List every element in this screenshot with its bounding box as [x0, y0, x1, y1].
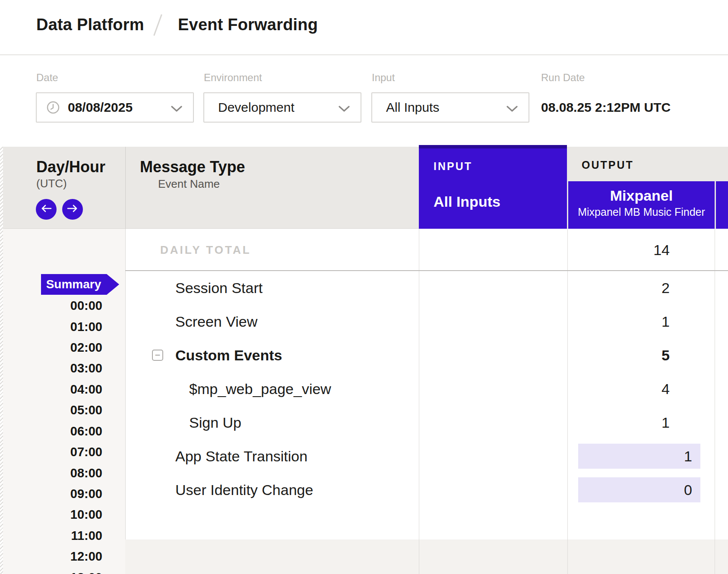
input-column-label: INPUT	[434, 160, 472, 173]
row-output-value: 5	[567, 338, 728, 372]
sidebar-item-hour[interactable]: 06:00	[0, 423, 102, 440]
sidebar-item-hour[interactable]: 11:00	[0, 527, 102, 544]
row-label: User Identity Change	[175, 473, 313, 507]
clock-icon	[46, 101, 60, 114]
output-column-label: OUTPUT	[582, 159, 634, 171]
output-column-header-next-partial[interactable]	[716, 181, 728, 229]
sidebar-item-hour[interactable]: 01:00	[0, 318, 102, 335]
chevron-down-icon	[171, 105, 183, 114]
row-output-value: 2	[567, 271, 728, 305]
day-hour-header: Day/Hour	[36, 158, 105, 176]
row-label: Session Start	[175, 271, 263, 305]
column-divider	[715, 539, 715, 574]
event-forwarding-screen: Data Platform Event Forwarding Date Envi…	[0, 0, 728, 574]
input-column-header-strip	[419, 145, 567, 148]
chevron-down-icon	[506, 105, 518, 114]
sidebar-item-hour[interactable]: 09:00	[0, 485, 102, 502]
table-row: Session Start 2 2	[125, 271, 728, 305]
row-label: Sign Up	[189, 406, 241, 439]
table-row: Sign Up 1 1	[125, 406, 728, 439]
row-label: Custom Events	[175, 338, 282, 372]
input-column-header[interactable]	[419, 145, 567, 229]
output-column-header-mixpanel[interactable]: Mixpanel Mixpanel MB Music Finder	[568, 181, 715, 229]
event-name-subheader: Event Name	[158, 177, 220, 191]
arrow-right-icon	[67, 204, 78, 214]
daily-total-label: DAILY TOTAL	[160, 243, 251, 257]
date-filter-label: Date	[36, 72, 58, 84]
breadcrumb-section[interactable]: Data Platform	[36, 16, 144, 34]
table-footer-band	[125, 539, 728, 574]
environment-dropdown[interactable]: Development	[203, 92, 361, 123]
arrow-left-icon	[41, 204, 52, 214]
sidebar-item-hour[interactable]: 13:00	[0, 569, 102, 574]
page-title: Event Forwarding	[178, 16, 318, 34]
column-divider	[567, 539, 568, 574]
collapse-toggle-icon[interactable]: −	[152, 350, 163, 361]
environment-filter-label: Environment	[204, 72, 262, 84]
message-type-header: Message Type	[140, 158, 245, 176]
sidebar-item-hour[interactable]: 00:00	[0, 297, 102, 314]
row-output-value-highlighted: 1	[578, 444, 700, 469]
sidebar-item-hour[interactable]: 12:00	[0, 548, 102, 565]
row-label: App State Transition	[175, 439, 307, 473]
output-column-subtitle: Mixpanel MB Music Finder	[568, 206, 715, 218]
next-day-button[interactable]	[62, 199, 83, 220]
table-row: App State Transition 4 1	[125, 439, 728, 473]
sidebar-item-hour[interactable]: 10:00	[0, 506, 102, 523]
row-output-value: 1	[567, 305, 728, 338]
row-output-value-highlighted: 0	[578, 477, 700, 502]
daily-total-row: DAILY TOTAL 14 9	[125, 229, 728, 271]
table-row: User Identity Change 2 0	[125, 473, 728, 507]
input-filter-label: Input	[372, 72, 395, 84]
table-row: $mp_web_page_view 4 4	[125, 372, 728, 406]
input-value: All Inputs	[386, 100, 439, 115]
run-date-value: 08.08.25 2:12PM UTC	[541, 100, 671, 115]
sidebar-item-hour[interactable]: 07:00	[0, 443, 102, 460]
sidebar-item-hour[interactable]: 04:00	[0, 381, 102, 398]
date-value: 08/08/2025	[68, 100, 133, 115]
environment-value: Development	[218, 100, 294, 115]
previous-day-button[interactable]	[36, 199, 57, 220]
date-dropdown[interactable]: 08/08/2025	[36, 92, 194, 123]
run-date-label: Run Date	[541, 72, 585, 84]
sidebar-item-summary[interactable]: Summary	[41, 274, 119, 295]
header-column-divider	[125, 147, 126, 229]
sidebar-item-hour[interactable]: 03:00	[0, 360, 102, 377]
output-column-name: Mixpanel	[568, 187, 715, 204]
column-divider	[419, 539, 419, 574]
chevron-down-icon	[338, 105, 350, 114]
input-dropdown[interactable]: All Inputs	[371, 92, 529, 123]
sidebar-item-hour[interactable]: 02:00	[0, 339, 102, 356]
row-output-value: 4	[567, 372, 728, 406]
breadcrumb-bar: Data Platform Event Forwarding	[0, 0, 728, 55]
table-row-group: − Custom Events 5 5	[125, 338, 728, 372]
sidebar-item-hour[interactable]: 08:00	[0, 464, 102, 482]
breadcrumb-separator-icon	[153, 14, 162, 36]
daily-total-output-value: 9	[567, 229, 728, 271]
row-label: $mp_web_page_view	[189, 372, 331, 406]
sidebar-item-hour[interactable]: 05:00	[0, 401, 102, 419]
row-output-value: 1	[567, 406, 728, 439]
input-column-name: All Inputs	[434, 193, 500, 210]
day-hour-timezone: (UTC)	[36, 177, 67, 190]
row-label: Screen View	[175, 305, 257, 338]
table-row: Screen View 1 1	[125, 305, 728, 338]
